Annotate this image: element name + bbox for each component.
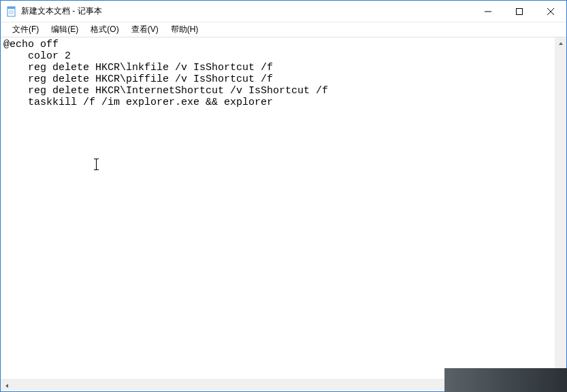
notepad-icon bbox=[6, 6, 17, 17]
scroll-up-arrow-icon[interactable] bbox=[555, 37, 566, 49]
menu-help[interactable]: 帮助(H) bbox=[165, 22, 205, 37]
window-controls bbox=[472, 1, 566, 22]
maximize-button[interactable] bbox=[504, 1, 535, 22]
menu-format[interactable]: 格式(O) bbox=[84, 22, 125, 37]
scroll-left-arrow-icon[interactable] bbox=[1, 380, 12, 391]
menu-file[interactable]: 文件(F) bbox=[6, 22, 45, 37]
titlebar-left: 新建文本文档 - 记事本 bbox=[1, 5, 102, 17]
minimize-button[interactable] bbox=[472, 1, 504, 22]
close-button[interactable] bbox=[535, 1, 566, 22]
overlay-watermark bbox=[444, 368, 567, 392]
svg-rect-6 bbox=[517, 8, 523, 14]
svg-rect-1 bbox=[7, 7, 15, 9]
menubar: 文件(F) 编辑(E) 格式(O) 查看(V) 帮助(H) bbox=[1, 22, 566, 37]
vertical-scrollbar[interactable] bbox=[555, 37, 566, 379]
menu-view[interactable]: 查看(V) bbox=[125, 22, 165, 37]
editor-area: @echo off color 2 reg delete HKCR\lnkfil… bbox=[1, 37, 566, 379]
text-cursor bbox=[96, 159, 97, 170]
vertical-scroll-track[interactable] bbox=[555, 49, 566, 368]
titlebar: 新建文本文档 - 记事本 bbox=[1, 1, 566, 22]
window-title: 新建文本文档 - 记事本 bbox=[21, 5, 102, 17]
menu-edit[interactable]: 编辑(E) bbox=[45, 22, 84, 37]
text-editor[interactable]: @echo off color 2 reg delete HKCR\lnkfil… bbox=[1, 37, 555, 379]
